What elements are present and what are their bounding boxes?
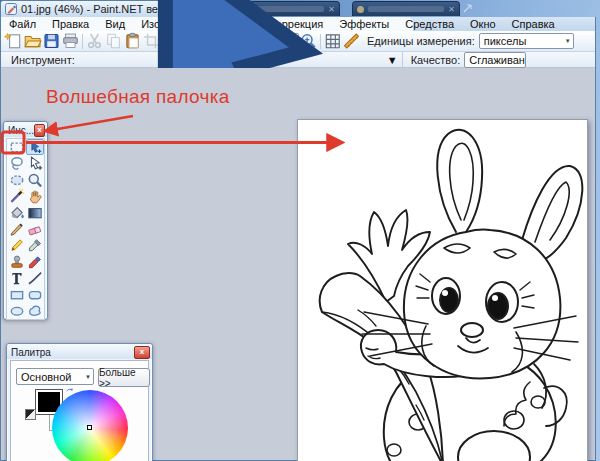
tool-recolor[interactable] bbox=[26, 254, 44, 270]
tool-rectangle-select[interactable] bbox=[8, 139, 26, 155]
canvas-surface[interactable] bbox=[297, 119, 588, 461]
tool-lasso-select[interactable] bbox=[8, 155, 26, 171]
quality-combobox[interactable]: Сглаживан... ▼ bbox=[464, 52, 526, 68]
paintnet-window: ФайлПравкаВидИзображениеСлоиКоррекцияЭфф… bbox=[0, 17, 596, 461]
tool-move-selected-pixels[interactable] bbox=[26, 139, 44, 155]
palette-window-titlebar[interactable]: Палитра x bbox=[7, 344, 152, 359]
screen: ✕ ✕ 01.jpg (46%) - Paint.NET версия 3.5.… bbox=[0, 0, 600, 461]
color-wheel[interactable] bbox=[52, 390, 128, 461]
tool-clone-stamp[interactable] bbox=[8, 254, 26, 270]
more-button[interactable]: Больше >> bbox=[98, 368, 150, 387]
tool-option-label: Инструмент: bbox=[11, 54, 75, 66]
tool-rounded-rectangle[interactable] bbox=[26, 287, 44, 303]
palette-window-title: Палитра bbox=[11, 347, 51, 358]
workspace: Инс... x Палитра x Основной ▼ Больше >> bbox=[1, 68, 595, 460]
palette-body: Основной ▼ Больше >> ▼ bbox=[10, 360, 149, 461]
color-mode-combobox[interactable]: Основной ▼ bbox=[16, 368, 94, 385]
tool-pencil[interactable] bbox=[8, 237, 26, 253]
menu-item[interactable]: Файл bbox=[1, 17, 44, 31]
new-file-icon[interactable] bbox=[4, 32, 23, 50]
chevron-down-icon: ▼ bbox=[82, 374, 91, 380]
print-icon[interactable] bbox=[61, 32, 80, 50]
tool-zoom[interactable] bbox=[26, 172, 44, 188]
palette-window: Палитра x Основной ▼ Больше >> bbox=[6, 343, 153, 461]
paintnet-app-icon bbox=[5, 3, 17, 15]
tool-ellipse[interactable] bbox=[8, 303, 26, 319]
tools-window: Инс... x bbox=[3, 121, 48, 320]
tool-paint-bucket[interactable] bbox=[8, 205, 26, 221]
tool-text[interactable] bbox=[8, 270, 26, 286]
tool-ellipse-select[interactable] bbox=[8, 172, 26, 188]
tools-window-titlebar[interactable]: Инс... x bbox=[4, 122, 47, 137]
menu-item[interactable]: Средства bbox=[397, 17, 462, 31]
new-tab-icon[interactable] bbox=[463, 3, 473, 13]
tool-rectangle[interactable] bbox=[8, 287, 26, 303]
tool-magic-wand[interactable] bbox=[8, 188, 26, 204]
tool-color-picker[interactable] bbox=[26, 237, 44, 253]
tools-grid bbox=[6, 138, 45, 320]
close-icon[interactable]: x bbox=[134, 346, 150, 359]
save-icon[interactable] bbox=[42, 32, 61, 50]
menu-item[interactable]: Окно bbox=[462, 17, 504, 31]
tool-eraser[interactable] bbox=[26, 221, 44, 237]
tab-close-icon[interactable]: ✕ bbox=[448, 5, 455, 14]
tool-line-curve[interactable] bbox=[26, 270, 44, 286]
annotation-label: Волшебная палочка bbox=[46, 86, 230, 108]
tool-paintbrush[interactable] bbox=[8, 221, 26, 237]
toolbar-label: Единицы измерения: bbox=[367, 35, 475, 47]
quality-label: Качество: bbox=[411, 54, 461, 66]
open-folder-icon[interactable] bbox=[23, 32, 42, 50]
tool-move-selection[interactable] bbox=[26, 155, 44, 171]
color-wheel-marker bbox=[87, 425, 92, 430]
menu-item[interactable]: Справка bbox=[504, 17, 563, 31]
toolbar-combobox[interactable]: пикселы▼ bbox=[479, 33, 574, 49]
tool-gradient[interactable] bbox=[26, 205, 44, 221]
canvas-image-rabbit bbox=[298, 120, 587, 461]
tool-options-bar: Инструмент: ▼ Качество: Сглаживан... ▼ bbox=[1, 52, 595, 68]
tool-freeform-shape[interactable] bbox=[26, 303, 44, 319]
default-colors-icon[interactable] bbox=[25, 409, 36, 420]
close-icon[interactable]: x bbox=[34, 124, 45, 137]
tool-pan[interactable] bbox=[26, 188, 44, 204]
tools-window-title: Инс... bbox=[8, 125, 34, 136]
chevron-down-icon: ▼ bbox=[562, 38, 571, 44]
tool-dropdown-arrow[interactable]: ▼ bbox=[383, 52, 400, 68]
